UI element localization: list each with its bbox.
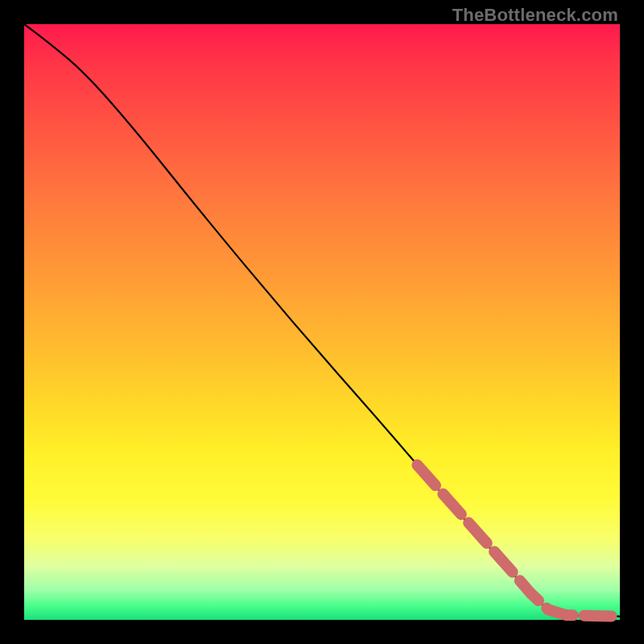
chart-svg [24,24,620,620]
curve-line [24,24,620,617]
highlight-dashed-line [417,465,620,617]
chart-frame: TheBottleneck.com [0,0,644,644]
watermark-text: TheBottleneck.com [452,5,618,26]
